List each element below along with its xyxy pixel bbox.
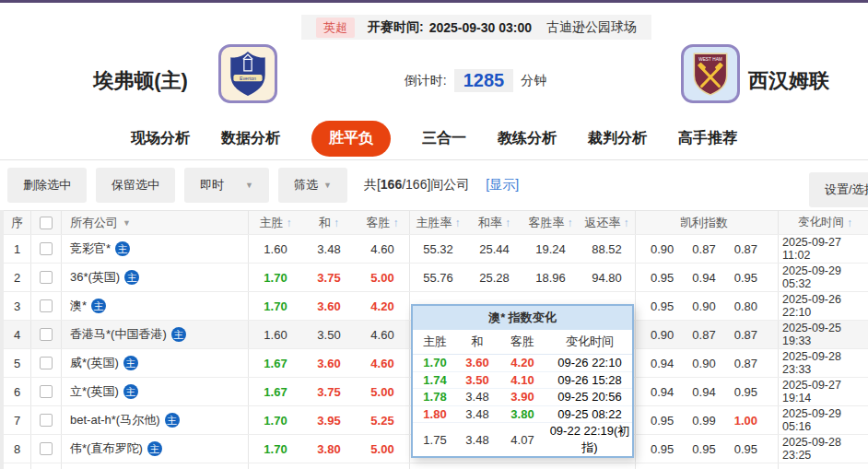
change-time: 2025-09-27 11:02 <box>779 235 868 263</box>
home-mark-icon: 主 <box>123 384 138 399</box>
row-checkbox[interactable] <box>40 414 53 427</box>
change-time: 2025-09-29 05:16 <box>779 406 868 434</box>
tab-data-analysis[interactable]: 数据分析 <box>221 129 280 148</box>
header-draw-odds[interactable]: 和↑ <box>302 211 356 234</box>
delete-selected-button[interactable]: 删除选中 <box>7 168 87 203</box>
company-cell[interactable]: bet-at-h*(马尔他)主 <box>62 406 249 434</box>
row-seq: 4 <box>4 321 31 348</box>
company-cell[interactable]: 伟*(直布罗陀)主 <box>62 435 249 463</box>
keep-selected-button[interactable]: 保留选中 <box>96 168 175 203</box>
countdown-label: 倒计时: <box>405 73 447 89</box>
kelly-cell: 0.940.900.87 <box>636 349 779 377</box>
filter-dropdown[interactable]: 筛选 ▼ <box>278 168 347 203</box>
row-checkbox[interactable] <box>40 328 53 341</box>
instant-odds-dropdown[interactable]: 即时 ▼ <box>184 168 269 203</box>
kelly-cell: 0.900.870.87 <box>636 235 779 263</box>
header-kelly: 凯利指数 <box>636 211 779 234</box>
tab-win-draw-lose[interactable]: 胜平负 <box>311 121 391 157</box>
tab-three-in-one[interactable]: 三合一 <box>422 129 466 148</box>
rate-away: 19.24 <box>522 235 579 263</box>
match-odds-page: 英超 开赛时间: 2025-09-30 03:00 古迪逊公园球场 埃弗顿(主)… <box>0 0 868 469</box>
company-name: 36*(英国) <box>70 269 120 286</box>
sort-up-icon: ↑ <box>334 217 339 229</box>
header-home-rate[interactable]: 主胜率↑ <box>410 211 466 234</box>
change-time: 2025-09-27 19:14 <box>779 378 868 405</box>
odds-away: 4.20 <box>356 292 410 320</box>
popup-row: 1.80 3.48 3.80 09-25 08:22 <box>413 406 632 424</box>
popup-header-away: 客胜 <box>498 334 547 350</box>
kickoff-label: 开赛时间: <box>368 19 424 36</box>
row-checkbox-cell <box>31 264 62 291</box>
odds-away: 5.25 <box>356 406 410 434</box>
popup-title: 澳* 指数变化 <box>413 306 632 330</box>
odds-draw: 3.75 <box>302 264 356 291</box>
row-checkbox-cell <box>31 321 62 348</box>
kelly-cell: 0.940.940.95 <box>636 378 779 405</box>
popup-change-time: 09-25 08:22 <box>547 407 632 421</box>
company-name: 竞彩官* <box>70 240 111 257</box>
company-name: 香港马*(中国香港) <box>70 326 167 343</box>
chevron-down-icon: ▼ <box>123 218 131 228</box>
table-row: 1 竞彩官*主 1.60 3.48 4.60 55.32 25.44 19.24… <box>4 235 868 264</box>
westham-crest-icon: WEST HAM <box>681 44 740 103</box>
tab-referee-analysis[interactable]: 裁判分析 <box>588 129 647 148</box>
team-header: 埃弗顿(主) Everton 倒计时: 1285 分钟 WEST HAM <box>0 40 868 118</box>
home-mark-icon: 主 <box>165 413 180 428</box>
toolbar: 删除选中 保留选中 即时 ▼ 筛选 ▼ 共[166/166]间公司 [显示] 设… <box>0 160 868 210</box>
company-name: 威*(英国) <box>70 355 119 371</box>
row-seq: 1 <box>4 235 31 263</box>
row-seq: 5 <box>4 349 31 377</box>
odds-draw: 3.50 <box>302 321 356 348</box>
row-checkbox[interactable] <box>40 299 53 312</box>
rate-home: 55.76 <box>410 264 466 291</box>
row-checkbox[interactable] <box>40 242 53 255</box>
company-name: bet-at-h*(马尔他) <box>70 412 160 428</box>
company-cell[interactable]: 竞彩官*主 <box>62 235 249 263</box>
row-checkbox[interactable] <box>40 357 53 369</box>
tab-live-analysis[interactable]: 现场分析 <box>131 129 190 148</box>
row-checkbox[interactable] <box>40 442 53 455</box>
popup-row: 1.70 3.60 4.20 09-26 22:10 <box>413 355 632 372</box>
change-time: 2025-09-25 19:33 <box>779 321 868 348</box>
company-cell[interactable]: 香港马*(中国香港)主 <box>62 321 249 348</box>
rate-away: 18.96 <box>522 264 579 291</box>
chevron-down-icon: ▼ <box>323 181 332 190</box>
odds-draw: 3.95 <box>302 406 356 434</box>
company-cell[interactable]: 36*(英国)主 <box>62 264 249 291</box>
select-all-checkbox[interactable] <box>40 217 53 229</box>
row-checkbox[interactable] <box>40 271 53 284</box>
odds-away: 5.00 <box>356 378 410 405</box>
odds-change-popup: 澳* 指数变化 主胜 和 客胜 变化时间 1.70 3.60 4.20 09-2… <box>411 304 634 458</box>
odds-away: 4.60 <box>356 235 410 263</box>
row-seq: 7 <box>4 406 31 434</box>
popup-row: 1.74 3.50 4.10 09-26 15:28 <box>413 372 632 390</box>
chevron-down-icon: ▼ <box>245 181 253 190</box>
header-company[interactable]: 所有公司▼ <box>62 211 249 234</box>
popup-header-home: 主胜 <box>413 334 457 350</box>
kelly-cell: 0.950.900.80 <box>636 292 779 320</box>
company-cell[interactable]: 威*(英国)主 <box>62 349 249 377</box>
header-change-time[interactable]: 变化时间↑ <box>779 211 868 234</box>
match-info-bar: 英超 开赛时间: 2025-09-30 03:00 古迪逊公园球场 <box>301 15 651 40</box>
home-mark-icon: 主 <box>147 441 162 456</box>
header-return-rate[interactable]: 返还率↑ <box>579 211 636 234</box>
company-cell[interactable]: 澳*主 <box>62 292 249 320</box>
settings-select-button[interactable]: 设置/选择 <box>809 172 868 207</box>
show-link[interactable]: [显示] <box>486 177 519 193</box>
header-away-rate[interactable]: 客胜率↑ <box>522 211 579 234</box>
odds-home: 1.67 <box>249 378 302 405</box>
odds-home: 1.60 <box>249 321 302 348</box>
rate-return: 94.80 <box>579 264 636 291</box>
odds-draw: 3.80 <box>302 435 356 463</box>
popup-change-time: 09-22 22:19(初指) <box>547 423 632 456</box>
header-away-odds[interactable]: 客胜↑ <box>356 211 410 234</box>
company-cell[interactable]: 立*(英国)主 <box>62 378 249 405</box>
tab-expert-picks[interactable]: 高手推荐 <box>678 129 737 148</box>
tab-coach-analysis[interactable]: 教练分析 <box>498 129 557 148</box>
change-time: 2025-09-28 23:25 <box>779 435 868 463</box>
header-checkbox-cell <box>31 211 62 234</box>
row-checkbox[interactable] <box>40 385 53 398</box>
header-draw-rate[interactable]: 和率↑ <box>466 211 522 234</box>
header-home-odds[interactable]: 主胜↑ <box>249 211 302 234</box>
instant-odds-label: 即时 <box>200 177 224 193</box>
